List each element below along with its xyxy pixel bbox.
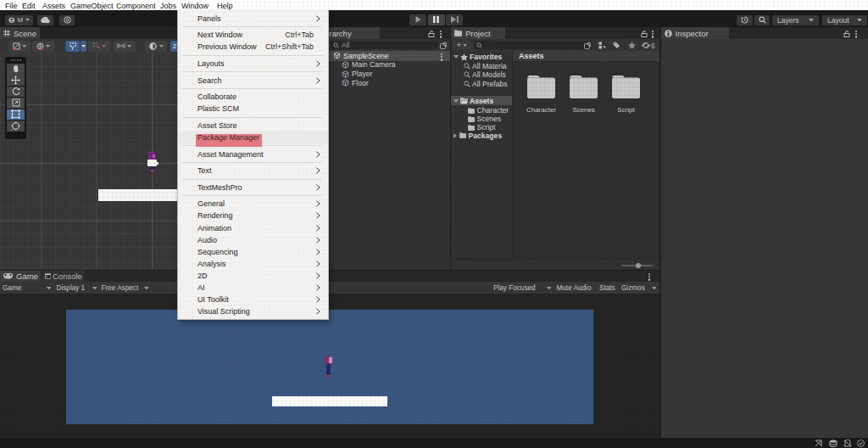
svg-text:Y: Y: [70, 45, 75, 50]
